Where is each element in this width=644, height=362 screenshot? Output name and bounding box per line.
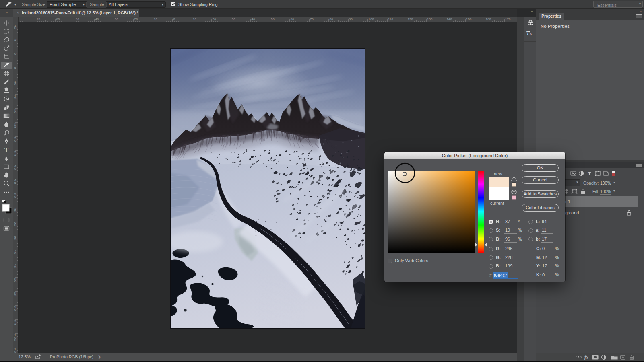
- svg-text:fx: fx: [584, 354, 588, 360]
- svg-text:T: T: [4, 147, 8, 153]
- svg-text:T: T: [588, 171, 591, 177]
